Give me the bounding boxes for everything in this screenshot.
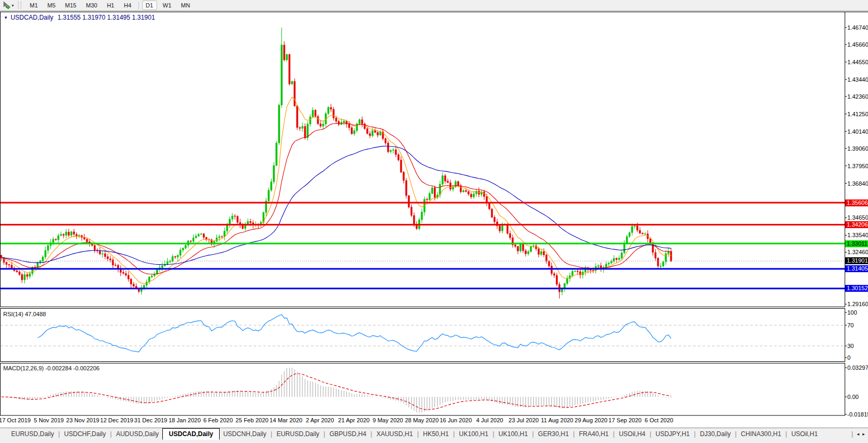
symbol-tabs: EURUSD,Daily|USDCHF,Daily|AUDUSD,DailyUS…: [7, 428, 821, 440]
tab-separator: |: [453, 430, 455, 438]
tab-scroll-left-icon[interactable]: ◂: [857, 431, 860, 437]
tab-separator: |: [694, 430, 696, 438]
timeframe-button-m1[interactable]: M1: [26, 1, 41, 10]
timeframe-button-mn[interactable]: MN: [177, 1, 194, 10]
tab-separator: |: [852, 430, 853, 438]
tab-hk50-h1[interactable]: HK50,H1: [419, 429, 453, 439]
tab-scroll-right-icon[interactable]: ▸: [862, 431, 865, 437]
tab-uk100-h1[interactable]: UK100,H1: [495, 429, 532, 439]
chart-tab-bar: EURUSD,Daily|USDCHF,Daily|AUDUSD,DailyUS…: [0, 428, 868, 443]
tab-separator: |: [271, 430, 272, 438]
tab-eurusd-daily[interactable]: EURUSD,Daily: [7, 429, 58, 439]
tab-separator: |: [324, 430, 325, 438]
tab-separator: |: [58, 430, 60, 438]
tab-fra40-h1[interactable]: FRA40,H1: [575, 429, 612, 439]
tab-separator: |: [532, 430, 534, 438]
tab-eurusd-daily[interactable]: EURUSD,Daily: [273, 429, 323, 439]
tab-scroll-controls: | ◂ ▸: [851, 428, 865, 440]
tab-usoil-h1[interactable]: USOil,H1: [787, 429, 821, 439]
tab-usoil-h4[interactable]: USOil,H4: [615, 429, 649, 439]
tab-dj30-daily[interactable]: DJ30,Daily: [696, 429, 734, 439]
tab-audusd-daily[interactable]: AUDUSD,Daily: [112, 429, 163, 439]
timeframe-button-h1[interactable]: H1: [103, 1, 118, 10]
tab-gbpusd-h4[interactable]: GBPUSD,H4: [326, 429, 370, 439]
cursor-crosshair-tool-icon[interactable]: [2, 1, 11, 10]
tab-china300-h1[interactable]: CHINA300,H1: [737, 429, 785, 439]
tab-separator: |: [492, 430, 494, 438]
tab-separator: |: [613, 430, 614, 438]
tab-separator: |: [785, 430, 787, 438]
tab-usdchf-daily[interactable]: USDCHF,Daily: [60, 429, 110, 439]
top-toolbar: ▾ M1M5M15M30H1H4D1W1MN: [0, 0, 868, 11]
tab-separator: |: [573, 430, 575, 438]
timeframe-button-m5[interactable]: M5: [44, 1, 59, 10]
timeframe-button-d1[interactable]: D1: [142, 1, 157, 10]
tab-separator: |: [417, 430, 419, 438]
timeframe-button-m15[interactable]: M15: [62, 1, 80, 10]
tab-uk100-h1[interactable]: UK100,H1: [455, 429, 492, 439]
tab-separator: |: [735, 430, 736, 438]
tab-ger30-h1[interactable]: GER30,H1: [534, 429, 572, 439]
tool-dropdown-caret[interactable]: ▾: [12, 3, 14, 8]
tab-separator: |: [110, 430, 112, 438]
cursor-glyph: [2, 1, 11, 10]
tab-separator: |: [370, 430, 372, 438]
toolbar-grip-handle[interactable]: [18, 2, 21, 9]
timeframe-button-h4[interactable]: H4: [120, 1, 135, 10]
price-chart-canvas[interactable]: [0, 0, 868, 443]
tab-usdcad-daily[interactable]: USDCAD,Daily: [162, 428, 219, 440]
timeframe-button-m30[interactable]: M30: [82, 1, 101, 10]
tab-xauusd-h1[interactable]: XAUUSD,H1: [372, 429, 416, 439]
timeframe-buttons: M1M5M15M30H1H4D1W1MN: [25, 1, 195, 10]
tab-separator: |: [649, 430, 651, 438]
timeframe-button-w1[interactable]: W1: [159, 1, 176, 10]
tab-usdcnh-daily[interactable]: USDCNH,Daily: [220, 429, 270, 439]
toolbar-separator: [138, 2, 139, 10]
tab-usdjpy-h1[interactable]: USDJPY,H1: [652, 429, 693, 439]
